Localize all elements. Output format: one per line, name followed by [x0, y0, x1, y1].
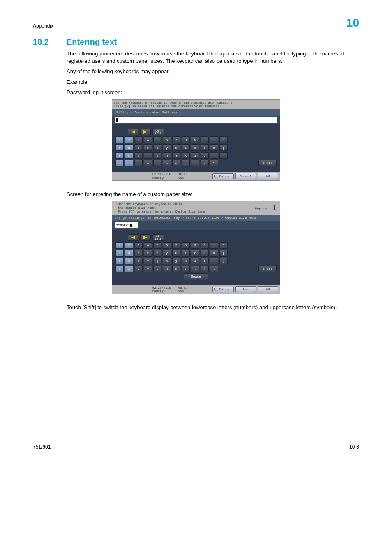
- key-at[interactable]: @: [210, 250, 218, 257]
- key-j[interactable]: j: [172, 152, 180, 159]
- key-w[interactable]: w: [125, 250, 133, 257]
- key-k[interactable]: k: [182, 152, 190, 159]
- key-r[interactable]: r: [144, 250, 152, 257]
- key-5[interactable]: 5: [153, 136, 161, 143]
- key-w[interactable]: w: [125, 144, 133, 151]
- key-p[interactable]: p: [201, 144, 209, 151]
- key-s[interactable]: s: [125, 258, 133, 264]
- key-g[interactable]: g: [153, 258, 161, 264]
- key-7[interactable]: 7: [172, 136, 180, 143]
- shift-key[interactable]: Shift: [258, 160, 277, 166]
- ok-button[interactable]: OK: [258, 173, 278, 179]
- key-u[interactable]: u: [172, 144, 180, 151]
- key-e[interactable]: e: [134, 144, 143, 151]
- key-6[interactable]: 6: [163, 242, 171, 249]
- key-m[interactable]: m: [172, 266, 180, 272]
- key-l[interactable]: l: [191, 258, 199, 264]
- key-m[interactable]: m: [172, 160, 180, 166]
- key-d[interactable]: d: [134, 258, 143, 264]
- key-1[interactable]: 1: [115, 242, 124, 249]
- key-9[interactable]: 9: [191, 136, 199, 143]
- key-a[interactable]: a: [115, 152, 124, 159]
- key-colon[interactable]: :: [210, 258, 218, 264]
- key-minus[interactable]: -: [210, 242, 218, 249]
- key-8[interactable]: 8: [182, 242, 190, 249]
- key-v[interactable]: v: [144, 266, 152, 272]
- key-q[interactable]: q: [115, 250, 124, 257]
- key-minus[interactable]: -: [210, 136, 218, 143]
- key-i[interactable]: i: [182, 144, 190, 151]
- delete-key[interactable]: De- lete: [152, 234, 164, 241]
- key-s[interactable]: s: [125, 152, 133, 159]
- key-f[interactable]: f: [144, 152, 152, 159]
- key-lbracket[interactable]: [: [219, 144, 228, 151]
- key-c[interactable]: c: [134, 160, 143, 166]
- key-7[interactable]: 7: [172, 242, 180, 249]
- key-x[interactable]: x: [125, 160, 133, 166]
- key-caret[interactable]: ^: [219, 242, 228, 249]
- key-l[interactable]: l: [191, 152, 199, 159]
- key-period[interactable]: .: [191, 160, 199, 166]
- key-0[interactable]: 0: [201, 242, 209, 249]
- key-b[interactable]: b: [153, 160, 161, 166]
- key-colon[interactable]: :: [210, 152, 218, 159]
- key-2[interactable]: 2: [125, 242, 133, 249]
- key-at[interactable]: @: [210, 144, 218, 151]
- key-z[interactable]: z: [115, 160, 124, 166]
- key-r[interactable]: r: [144, 144, 152, 151]
- enlarge-button[interactable]: Enlarge: [212, 173, 234, 179]
- key-5[interactable]: 5: [153, 242, 161, 249]
- key-3[interactable]: 3: [134, 242, 143, 249]
- key-6[interactable]: 6: [163, 136, 171, 143]
- key-rbracket[interactable]: ]: [219, 258, 228, 264]
- key-3[interactable]: 3: [134, 136, 143, 143]
- key-backslash[interactable]: \: [210, 266, 218, 272]
- key-o[interactable]: o: [191, 144, 199, 151]
- key-o[interactable]: o: [191, 250, 199, 257]
- key-comma[interactable]: ,: [182, 266, 190, 272]
- arrow-right-key[interactable]: [140, 129, 151, 135]
- key-b[interactable]: b: [153, 266, 161, 272]
- key-caret[interactable]: ^: [219, 136, 228, 143]
- key-4[interactable]: 4: [144, 136, 152, 143]
- key-i[interactable]: i: [182, 250, 190, 257]
- key-g[interactable]: g: [153, 152, 161, 159]
- undo-button[interactable]: Undo: [235, 286, 256, 292]
- key-q[interactable]: q: [115, 144, 124, 151]
- enlarge-button[interactable]: Enlarge: [212, 287, 234, 292]
- arrow-left-key[interactable]: [128, 234, 138, 241]
- key-p[interactable]: p: [201, 250, 209, 257]
- key-1[interactable]: 1: [115, 136, 124, 143]
- key-backslash[interactable]: \: [210, 160, 218, 166]
- space-key[interactable]: Space: [184, 273, 208, 280]
- key-z[interactable]: z: [115, 266, 124, 272]
- key-0[interactable]: 0: [201, 136, 209, 143]
- key-9[interactable]: 9: [191, 242, 199, 249]
- key-4[interactable]: 4: [144, 242, 152, 249]
- key-8[interactable]: 8: [182, 136, 190, 143]
- key-y[interactable]: y: [163, 250, 171, 257]
- key-a[interactable]: a: [115, 258, 124, 264]
- delete-key[interactable]: De- lete: [152, 129, 164, 135]
- key-d[interactable]: d: [134, 152, 143, 159]
- key-comma[interactable]: ,: [182, 160, 190, 166]
- key-semicolon[interactable]: ;: [201, 258, 209, 264]
- key-k[interactable]: k: [182, 258, 190, 264]
- admin-password-input[interactable]: [115, 117, 277, 123]
- key-j[interactable]: j: [172, 258, 180, 264]
- key-t[interactable]: t: [153, 144, 161, 151]
- key-e[interactable]: e: [134, 250, 143, 257]
- key-semicolon[interactable]: ;: [201, 152, 209, 159]
- custom-size-name-input[interactable]: memory1: [115, 222, 138, 228]
- key-n[interactable]: n: [163, 160, 171, 166]
- key-h[interactable]: h: [163, 152, 171, 159]
- key-f[interactable]: f: [144, 258, 152, 264]
- key-lbracket[interactable]: [: [219, 250, 228, 257]
- key-y[interactable]: y: [163, 144, 171, 151]
- key-slash[interactable]: /: [201, 160, 209, 166]
- key-v[interactable]: v: [144, 160, 152, 166]
- key-slash[interactable]: /: [201, 266, 209, 272]
- arrow-left-key[interactable]: [128, 129, 138, 135]
- key-h[interactable]: h: [163, 258, 171, 264]
- arrow-right-key[interactable]: [140, 234, 151, 241]
